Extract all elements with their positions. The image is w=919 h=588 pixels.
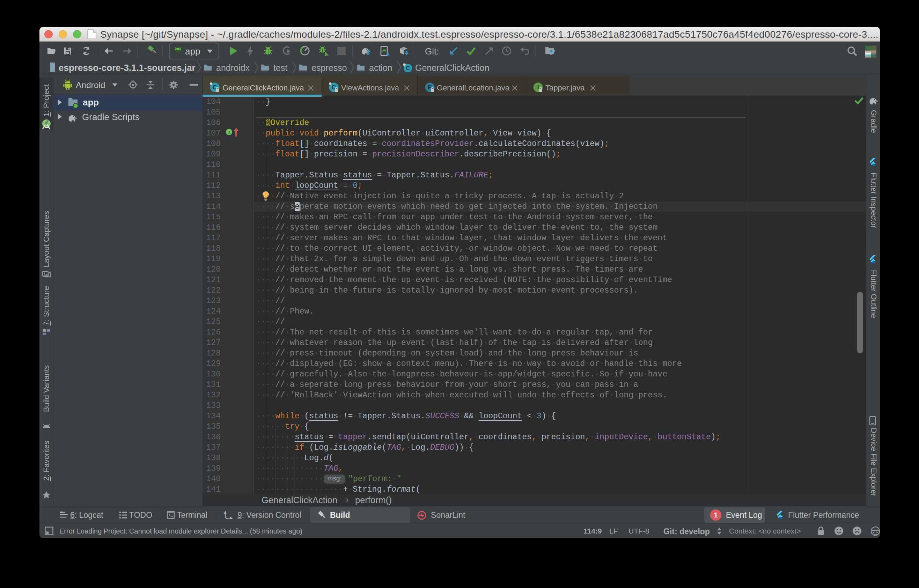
- svg-text:C: C: [406, 65, 410, 71]
- svg-text:I: I: [228, 129, 230, 135]
- svg-text:I: I: [537, 84, 539, 91]
